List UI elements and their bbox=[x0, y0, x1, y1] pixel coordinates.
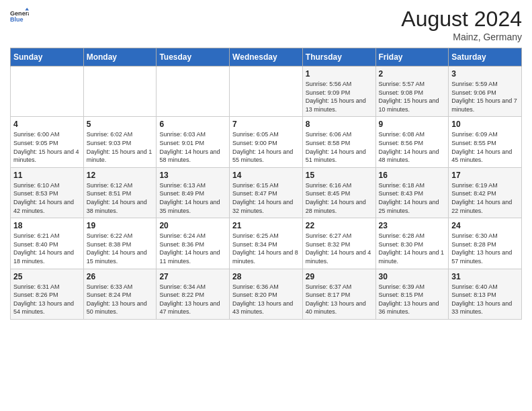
day-cell: 12Sunrise: 6:12 AMSunset: 8:51 PMDayligh… bbox=[83, 167, 157, 218]
day-number: 22 bbox=[306, 221, 373, 230]
day-cell bbox=[83, 66, 157, 117]
day-number: 3 bbox=[451, 69, 519, 79]
day-cell: 10Sunrise: 6:09 AMSunset: 8:55 PMDayligh… bbox=[449, 117, 522, 167]
svg-text:General: General bbox=[10, 10, 29, 17]
week-row-1: 1Sunrise: 5:56 AMSunset: 9:09 PMDaylight… bbox=[11, 66, 522, 117]
day-info: Sunrise: 5:57 AMSunset: 9:08 PMDaylight:… bbox=[379, 80, 446, 113]
day-number: 13 bbox=[159, 171, 226, 180]
day-number: 30 bbox=[379, 272, 446, 281]
day-number: 9 bbox=[379, 120, 446, 129]
day-cell: 13Sunrise: 6:13 AMSunset: 8:49 PMDayligh… bbox=[157, 167, 230, 218]
day-info: Sunrise: 6:36 AMSunset: 8:20 PMDaylight:… bbox=[232, 283, 300, 316]
day-cell: 20Sunrise: 6:24 AMSunset: 8:36 PMDayligh… bbox=[157, 218, 230, 269]
day-info: Sunrise: 6:27 AMSunset: 8:32 PMDaylight:… bbox=[306, 232, 373, 265]
day-info: Sunrise: 6:16 AMSunset: 8:45 PMDaylight:… bbox=[306, 181, 373, 215]
day-cell: 16Sunrise: 6:18 AMSunset: 8:43 PMDayligh… bbox=[375, 167, 449, 218]
day-cell bbox=[230, 66, 303, 117]
header-day-friday: Friday bbox=[375, 48, 449, 66]
day-number: 31 bbox=[451, 272, 519, 281]
day-number: 7 bbox=[232, 120, 300, 129]
day-info: Sunrise: 5:56 AMSunset: 9:09 PMDaylight:… bbox=[306, 80, 373, 113]
title-area: August 2024 Mainz, Germany bbox=[401, 7, 522, 42]
day-info: Sunrise: 6:13 AMSunset: 8:49 PMDaylight:… bbox=[159, 181, 226, 215]
day-number: 18 bbox=[13, 221, 81, 230]
day-number: 19 bbox=[87, 221, 154, 230]
day-info: Sunrise: 6:02 AMSunset: 9:03 PMDaylight:… bbox=[87, 130, 154, 164]
day-info: Sunrise: 6:22 AMSunset: 8:38 PMDaylight:… bbox=[87, 232, 154, 265]
week-row-5: 25Sunrise: 6:31 AMSunset: 8:26 PMDayligh… bbox=[11, 269, 522, 319]
calendar-table: SundayMondayTuesdayWednesdayThursdayFrid… bbox=[10, 48, 522, 320]
header: General Blue August 2024 Mainz, Germany bbox=[10, 7, 522, 42]
day-cell: 1Sunrise: 5:56 AMSunset: 9:09 PMDaylight… bbox=[302, 66, 375, 117]
day-number: 29 bbox=[306, 272, 373, 281]
header-day-saturday: Saturday bbox=[449, 48, 522, 66]
day-cell: 4Sunrise: 6:00 AMSunset: 9:05 PMDaylight… bbox=[11, 117, 84, 167]
day-cell: 29Sunrise: 6:37 AMSunset: 8:17 PMDayligh… bbox=[302, 269, 375, 319]
day-info: Sunrise: 6:18 AMSunset: 8:43 PMDaylight:… bbox=[379, 181, 446, 215]
day-info: Sunrise: 6:06 AMSunset: 8:58 PMDaylight:… bbox=[306, 130, 373, 164]
day-number: 17 bbox=[451, 171, 519, 180]
day-info: Sunrise: 6:28 AMSunset: 8:30 PMDaylight:… bbox=[379, 232, 446, 265]
header-row: SundayMondayTuesdayWednesdayThursdayFrid… bbox=[11, 48, 522, 66]
day-cell: 27Sunrise: 6:34 AMSunset: 8:22 PMDayligh… bbox=[157, 269, 230, 319]
day-cell: 11Sunrise: 6:10 AMSunset: 8:53 PMDayligh… bbox=[11, 167, 84, 218]
month-year: August 2024 bbox=[401, 7, 522, 32]
svg-marker-2 bbox=[25, 7, 29, 10]
day-number: 2 bbox=[379, 69, 446, 79]
day-cell: 2Sunrise: 5:57 AMSunset: 9:08 PMDaylight… bbox=[375, 66, 449, 117]
day-info: Sunrise: 6:10 AMSunset: 8:53 PMDaylight:… bbox=[13, 181, 81, 215]
day-info: Sunrise: 6:39 AMSunset: 8:15 PMDaylight:… bbox=[379, 283, 446, 316]
day-cell: 28Sunrise: 6:36 AMSunset: 8:20 PMDayligh… bbox=[230, 269, 303, 319]
day-cell bbox=[11, 66, 84, 117]
day-cell: 30Sunrise: 6:39 AMSunset: 8:15 PMDayligh… bbox=[375, 269, 449, 319]
header-day-thursday: Thursday bbox=[302, 48, 375, 66]
day-number: 14 bbox=[232, 171, 300, 180]
day-number: 1 bbox=[306, 69, 373, 79]
location: Mainz, Germany bbox=[401, 32, 522, 42]
week-row-4: 18Sunrise: 6:21 AMSunset: 8:40 PMDayligh… bbox=[11, 218, 522, 269]
day-info: Sunrise: 6:31 AMSunset: 8:26 PMDaylight:… bbox=[13, 283, 81, 316]
calendar-body: 1Sunrise: 5:56 AMSunset: 9:09 PMDaylight… bbox=[11, 66, 522, 320]
logo: General Blue bbox=[10, 7, 29, 26]
day-number: 4 bbox=[13, 120, 81, 129]
day-number: 26 bbox=[87, 272, 154, 281]
day-cell: 26Sunrise: 6:33 AMSunset: 8:24 PMDayligh… bbox=[83, 269, 157, 319]
day-info: Sunrise: 5:59 AMSunset: 9:06 PMDaylight:… bbox=[451, 80, 519, 113]
day-cell: 9Sunrise: 6:08 AMSunset: 8:56 PMDaylight… bbox=[375, 117, 449, 167]
day-info: Sunrise: 6:25 AMSunset: 8:34 PMDaylight:… bbox=[232, 232, 300, 265]
day-cell: 14Sunrise: 6:15 AMSunset: 8:47 PMDayligh… bbox=[230, 167, 303, 218]
day-number: 12 bbox=[87, 171, 154, 180]
day-number: 24 bbox=[451, 221, 519, 230]
day-number: 11 bbox=[13, 171, 81, 180]
day-cell: 7Sunrise: 6:05 AMSunset: 9:00 PMDaylight… bbox=[230, 117, 303, 167]
day-cell: 17Sunrise: 6:19 AMSunset: 8:42 PMDayligh… bbox=[449, 167, 522, 218]
week-row-2: 4Sunrise: 6:00 AMSunset: 9:05 PMDaylight… bbox=[11, 117, 522, 167]
day-cell: 31Sunrise: 6:40 AMSunset: 8:13 PMDayligh… bbox=[449, 269, 522, 319]
day-cell: 24Sunrise: 6:30 AMSunset: 8:28 PMDayligh… bbox=[449, 218, 522, 269]
svg-text:Blue: Blue bbox=[10, 16, 24, 23]
day-number: 16 bbox=[379, 171, 446, 180]
day-cell: 6Sunrise: 6:03 AMSunset: 9:01 PMDaylight… bbox=[157, 117, 230, 167]
header-day-monday: Monday bbox=[83, 48, 157, 66]
header-day-tuesday: Tuesday bbox=[157, 48, 230, 66]
day-cell: 3Sunrise: 5:59 AMSunset: 9:06 PMDaylight… bbox=[449, 66, 522, 117]
calendar-header: SundayMondayTuesdayWednesdayThursdayFrid… bbox=[11, 48, 522, 66]
day-info: Sunrise: 6:30 AMSunset: 8:28 PMDaylight:… bbox=[451, 232, 519, 265]
day-cell: 19Sunrise: 6:22 AMSunset: 8:38 PMDayligh… bbox=[83, 218, 157, 269]
day-cell: 23Sunrise: 6:28 AMSunset: 8:30 PMDayligh… bbox=[375, 218, 449, 269]
day-number: 23 bbox=[379, 221, 446, 230]
day-info: Sunrise: 6:15 AMSunset: 8:47 PMDaylight:… bbox=[232, 181, 300, 215]
day-info: Sunrise: 6:24 AMSunset: 8:36 PMDaylight:… bbox=[159, 232, 226, 265]
day-info: Sunrise: 6:37 AMSunset: 8:17 PMDaylight:… bbox=[306, 283, 373, 316]
day-cell: 21Sunrise: 6:25 AMSunset: 8:34 PMDayligh… bbox=[230, 218, 303, 269]
day-number: 20 bbox=[159, 221, 226, 230]
day-number: 6 bbox=[159, 120, 226, 129]
header-day-wednesday: Wednesday bbox=[230, 48, 303, 66]
day-number: 25 bbox=[13, 272, 81, 281]
day-info: Sunrise: 6:12 AMSunset: 8:51 PMDaylight:… bbox=[87, 181, 154, 215]
day-info: Sunrise: 6:03 AMSunset: 9:01 PMDaylight:… bbox=[159, 130, 226, 164]
day-info: Sunrise: 6:19 AMSunset: 8:42 PMDaylight:… bbox=[451, 181, 519, 215]
logo-icon: General Blue bbox=[10, 7, 29, 26]
day-info: Sunrise: 6:09 AMSunset: 8:55 PMDaylight:… bbox=[451, 130, 519, 164]
header-day-sunday: Sunday bbox=[11, 48, 84, 66]
